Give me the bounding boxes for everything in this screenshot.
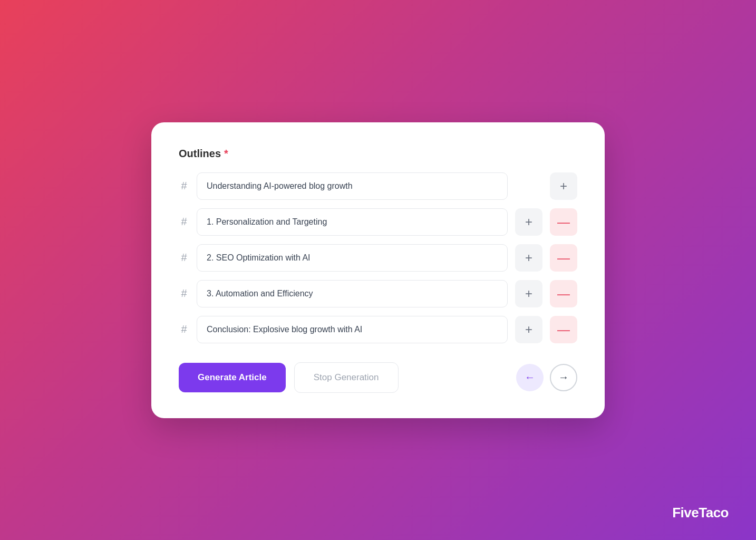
- navigation-buttons: ← →: [516, 364, 577, 391]
- remove-outline-button-5[interactable]: —: [550, 316, 577, 343]
- forward-arrow-icon: →: [558, 371, 569, 383]
- outline-row-2: # + —: [179, 208, 577, 236]
- plus-icon-5: +: [525, 322, 532, 337]
- remove-outline-button-4[interactable]: —: [550, 280, 577, 307]
- plus-icon-4: +: [525, 286, 532, 301]
- actions-row: Generate Article Stop Generation ← →: [179, 362, 577, 393]
- plus-icon-1: +: [560, 179, 567, 194]
- outlines-heading: Outlines *: [179, 148, 577, 160]
- outline-input-2[interactable]: [197, 208, 508, 236]
- add-outline-button-5[interactable]: +: [515, 316, 542, 343]
- stop-label: Stop Generation: [314, 372, 379, 382]
- add-outline-button-3[interactable]: +: [515, 244, 542, 272]
- minus-icon-3: —: [557, 250, 570, 265]
- required-indicator: *: [224, 148, 228, 160]
- brand-taco: Taco: [699, 505, 729, 520]
- outlines-label-text: Outlines: [179, 148, 221, 160]
- outline-input-5[interactable]: [197, 316, 508, 343]
- outline-row-5: # + —: [179, 316, 577, 343]
- stop-generation-button[interactable]: Stop Generation: [294, 362, 399, 393]
- remove-outline-button-2[interactable]: —: [550, 208, 577, 236]
- forward-navigation-button[interactable]: →: [550, 364, 577, 391]
- plus-icon-3: +: [525, 250, 532, 265]
- minus-icon-4: —: [557, 286, 570, 301]
- outline-input-3[interactable]: [197, 244, 508, 272]
- brand-five: Five: [672, 505, 699, 520]
- generate-label: Generate Article: [198, 372, 267, 382]
- back-arrow-icon: ←: [525, 371, 535, 383]
- add-outline-button-2[interactable]: +: [515, 208, 542, 236]
- hash-symbol-5: #: [179, 323, 189, 335]
- brand-logo: FiveTaco: [672, 505, 729, 521]
- back-navigation-button[interactable]: ←: [516, 364, 544, 391]
- add-outline-button-4[interactable]: +: [515, 280, 542, 307]
- outline-input-1[interactable]: [197, 172, 508, 200]
- hash-symbol-1: #: [179, 180, 189, 192]
- minus-icon-2: —: [557, 215, 570, 229]
- outline-input-4[interactable]: [197, 280, 508, 307]
- outline-row-4: # + —: [179, 280, 577, 307]
- plus-icon-2: +: [525, 215, 532, 229]
- hash-symbol-4: #: [179, 287, 189, 300]
- hash-symbol-2: #: [179, 216, 189, 228]
- main-card: Outlines * # + # + — # + — #: [151, 122, 605, 418]
- minus-icon-5: —: [557, 322, 570, 337]
- generate-article-button[interactable]: Generate Article: [179, 363, 286, 392]
- add-outline-button-1[interactable]: +: [550, 172, 577, 200]
- remove-outline-button-3[interactable]: —: [550, 244, 577, 272]
- outline-row-1: # +: [179, 172, 577, 200]
- outline-row-3: # + —: [179, 244, 577, 272]
- hash-symbol-3: #: [179, 252, 189, 264]
